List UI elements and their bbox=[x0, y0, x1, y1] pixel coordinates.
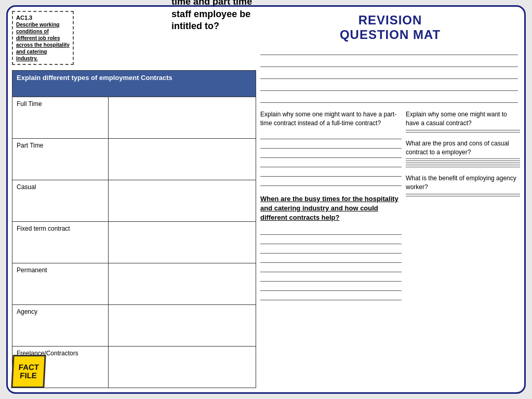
divider bbox=[406, 196, 520, 196]
contract-content-freelance bbox=[108, 347, 256, 388]
agency-benefit-question-text: What is the benefit of employing agency … bbox=[406, 174, 520, 192]
contract-label-permanent: Permanent bbox=[12, 263, 109, 305]
answer-line bbox=[260, 167, 402, 177]
answer-line bbox=[260, 130, 402, 139]
divider bbox=[406, 194, 520, 194]
table-row: Freelance/Contractors bbox=[12, 347, 256, 388]
contract-content-fixedterm bbox=[108, 222, 256, 263]
contract-label-fixedterm: Fixed term contract bbox=[12, 222, 109, 263]
divider bbox=[406, 163, 520, 163]
part-time-question-block: Explain why some one might want to have … bbox=[260, 110, 402, 186]
table-row: Permanent bbox=[12, 263, 256, 305]
contract-label-parttime: Part Time bbox=[12, 139, 109, 180]
ac-box: AC1.3 Describe working conditions of dif… bbox=[12, 11, 74, 65]
contract-content-permanent bbox=[108, 263, 256, 305]
answer-line bbox=[260, 94, 518, 103]
divider bbox=[406, 165, 520, 165]
answer-line bbox=[260, 291, 402, 300]
contract-content-fulltime bbox=[108, 97, 256, 139]
divider bbox=[406, 130, 520, 130]
busy-times-question: When are the busy times for the hospital… bbox=[260, 194, 402, 223]
fact-file-line1: FACT bbox=[18, 363, 39, 372]
agency-benefit-question-block: What is the benefit of employing agency … bbox=[406, 174, 520, 198]
left-panel: AC1.3 Describe working conditions of dif… bbox=[12, 11, 256, 388]
part-time-question-text: Explain why some one might want to have … bbox=[260, 110, 402, 128]
right-col-left: Explain why some one might want to have … bbox=[260, 110, 402, 388]
ac-code: AC1.3 bbox=[16, 14, 70, 21]
contract-table: Explain different types of employment Co… bbox=[12, 70, 256, 388]
answer-line bbox=[260, 263, 402, 272]
answer-line bbox=[260, 235, 402, 244]
top-question: What must all full time and part time st… bbox=[167, 0, 256, 35]
answer-line bbox=[260, 177, 402, 186]
contract-label-fulltime: Full Time bbox=[12, 97, 109, 139]
right-panel: REVISION QUESTION MAT Explain why some o… bbox=[260, 11, 520, 388]
answer-line bbox=[260, 158, 402, 167]
answer-line bbox=[260, 225, 402, 235]
revision-line2: QUESTION MAT bbox=[260, 28, 520, 42]
divider bbox=[406, 161, 520, 161]
contract-label-agency: Agency bbox=[12, 305, 109, 347]
table-row: Full Time bbox=[12, 97, 256, 139]
pros-cons-question-text: What are the pros and cons of casual con… bbox=[406, 139, 520, 157]
answer-line bbox=[260, 82, 518, 91]
table-row: Part Time bbox=[12, 139, 256, 180]
table-header-row: Explain different types of employment Co… bbox=[12, 71, 256, 97]
pros-cons-question-block: What are the pros and cons of casual con… bbox=[406, 139, 520, 169]
fact-file-badge: FACT FILE bbox=[11, 355, 46, 388]
right-col-right: Explain why some one might want to have … bbox=[406, 110, 520, 388]
revision-line1: REVISION bbox=[260, 13, 520, 28]
contract-content-casual bbox=[108, 180, 256, 222]
top-section: AC1.3 Describe working conditions of dif… bbox=[12, 11, 256, 66]
bottom-question-block: When are the busy times for the hospital… bbox=[260, 194, 402, 301]
divider bbox=[406, 158, 520, 159]
answer-line bbox=[260, 272, 402, 282]
divider bbox=[406, 132, 520, 132]
answer-line bbox=[260, 58, 518, 67]
contract-label-casual: Casual bbox=[12, 180, 109, 222]
contract-content-agency bbox=[108, 305, 256, 347]
revision-header: REVISION QUESTION MAT bbox=[260, 13, 520, 42]
casual-contract-question-block: Explain why some one might want to have … bbox=[406, 110, 520, 134]
answer-line bbox=[260, 244, 402, 254]
table-row: Casual bbox=[12, 180, 256, 222]
page-container: AC1.3 Describe working conditions of dif… bbox=[6, 5, 526, 394]
right-content-area: Explain why some one might want to have … bbox=[260, 110, 520, 388]
fact-file-line2: FILE bbox=[20, 371, 37, 380]
top-answer-area bbox=[260, 46, 520, 107]
ac-description: Describe working conditions of different… bbox=[16, 21, 70, 62]
table-row: Agency bbox=[12, 305, 256, 347]
answer-line bbox=[260, 282, 402, 291]
answer-line bbox=[260, 46, 518, 55]
casual-contract-question-text: Explain why some one might want to have … bbox=[406, 110, 520, 128]
divider bbox=[406, 167, 520, 167]
answer-line bbox=[260, 254, 402, 263]
answer-line bbox=[260, 149, 402, 158]
answer-line bbox=[260, 139, 402, 149]
table-header-cell: Explain different types of employment Co… bbox=[12, 71, 256, 97]
contract-content-parttime bbox=[108, 139, 256, 180]
answer-line bbox=[260, 70, 518, 79]
table-row: Fixed term contract bbox=[12, 222, 256, 263]
